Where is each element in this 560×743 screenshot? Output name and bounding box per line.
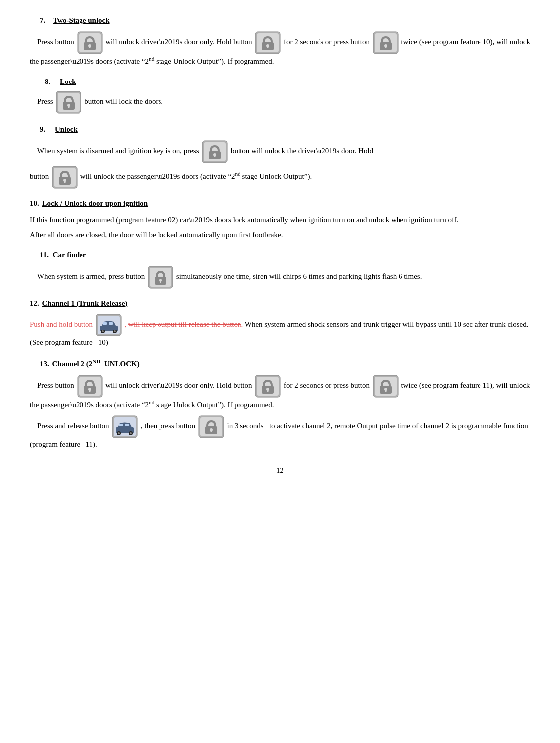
section-10-para2: After all doors are closed, the door wil… <box>30 229 530 241</box>
section-12-heading: Channel 1 (Trunk Release) <box>42 299 128 307</box>
svg-point-42 <box>102 330 104 332</box>
lock-button-icon-2 <box>255 31 281 54</box>
section-7-number: 7. <box>40 16 45 24</box>
section-8: 8. Lock Press button will loc <box>30 76 530 114</box>
svg-rect-34 <box>160 281 161 283</box>
section-11: 11. Car finder When system is armed, pre… <box>30 249 530 289</box>
lock-button-icon-4 <box>56 91 81 114</box>
section-7-heading: Two-Stage unlock <box>53 16 109 24</box>
svg-rect-72 <box>210 430 212 432</box>
lock-button-icon-6 <box>52 166 78 189</box>
svg-rect-4 <box>89 46 90 48</box>
lock-button-icon-5 <box>202 140 228 163</box>
svg-rect-19 <box>68 106 70 108</box>
section-8-number: 8. <box>45 78 50 85</box>
page-content: 7. Two-Stage unlock Press button <box>30 15 530 476</box>
section-8-para1: Press button will lock the doors. <box>30 91 530 114</box>
svg-point-43 <box>114 330 116 332</box>
svg-rect-62 <box>119 424 123 426</box>
section-9-number: 9. <box>40 125 45 133</box>
lock-button-icon <box>77 31 103 54</box>
car-button-icon-1 <box>96 314 122 336</box>
svg-rect-48 <box>89 390 90 392</box>
section-7-para1: Press button will unlock d <box>30 31 530 67</box>
svg-rect-39 <box>109 322 113 325</box>
svg-rect-38 <box>103 322 107 325</box>
svg-rect-58 <box>385 390 386 392</box>
lock-button-icon-10 <box>373 375 399 398</box>
section-8-heading: Lock <box>60 78 76 85</box>
section-13: 13. Channel 2 (2ND UNLOCK) Press button <box>30 357 530 450</box>
svg-point-66 <box>118 432 120 434</box>
svg-rect-53 <box>267 390 269 392</box>
section-11-number: 11. <box>40 251 49 259</box>
section-11-para1: When system is armed, press button simul… <box>30 266 530 289</box>
section-9-para2: button will unlock the passenger\u2019s … <box>30 166 530 189</box>
section-12-number: 12. <box>30 299 39 307</box>
section-12: 12. Channel 1 (Trunk Release) Push and h… <box>30 298 530 349</box>
section-9-heading: Unlock <box>55 125 78 133</box>
svg-point-67 <box>130 432 132 434</box>
svg-rect-63 <box>125 424 129 426</box>
section-13-number: 13. <box>40 360 49 368</box>
section-10-number: 10. <box>30 199 39 207</box>
lock-button-icon-9 <box>255 375 281 398</box>
section-12-pink-text: Push and hold button <box>30 320 93 328</box>
section-10-para1: If this function programmed (program fea… <box>30 214 530 226</box>
section-9-para1: When system is disarmed and ignition key… <box>30 140 530 163</box>
section-10: 10. Lock / Unlock door upon ignition If … <box>30 198 530 241</box>
section-13-heading: Channel 2 (2ND UNLOCK) <box>52 360 140 368</box>
section-7: 7. Two-Stage unlock Press button <box>30 15 530 67</box>
section-13-para1: Press button will unlock driver\u2019s d… <box>30 375 530 411</box>
svg-rect-9 <box>267 46 269 48</box>
svg-rect-14 <box>385 46 386 48</box>
car-button-icon-2 <box>112 415 138 438</box>
section-11-heading: Car finder <box>53 251 86 259</box>
section-9: 9. Unlock When system is disarmed and ig… <box>30 124 530 189</box>
lock-button-icon-8 <box>77 375 103 398</box>
svg-rect-29 <box>64 181 66 183</box>
section-12-strikethrough: , will keep output till release the butt… <box>125 320 243 328</box>
lock-button-icon-7 <box>148 266 173 289</box>
lock-button-icon-3 <box>373 31 399 54</box>
lock-button-icon-11 <box>198 415 224 438</box>
page-number: 12 <box>30 465 530 476</box>
section-12-para1: Push and hold button <box>30 314 530 348</box>
section-10-heading: Lock / Unlock door upon ignition <box>42 199 148 207</box>
section-13b-para1: Press and release button <box>30 415 530 450</box>
svg-rect-24 <box>214 155 216 157</box>
